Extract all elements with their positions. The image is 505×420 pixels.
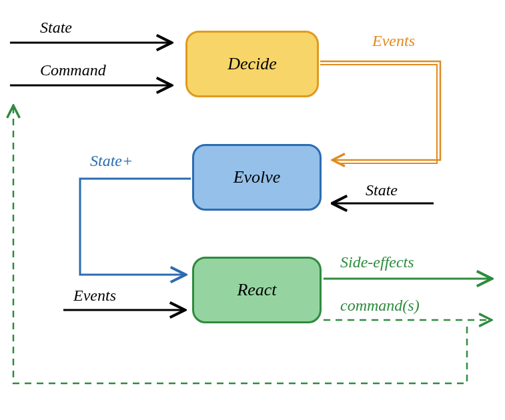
state-input-label: State [40,19,72,37]
evolve-node: Evolve [192,144,322,211]
command-input-label: Command [40,61,106,79]
events-input-label: Events [73,287,116,305]
decide-node: Decide [185,31,319,97]
state-input2-label: State [366,181,398,199]
state-plus-label: State+ [90,152,133,170]
react-label: React [237,280,276,300]
commands-output-label: command(s) [340,297,420,315]
evolve-label: Evolve [233,167,281,187]
arrow-evolve-stateplus-to-react [80,179,191,275]
decide-label: Decide [227,54,277,74]
arrow-decide-events-to-evolve [320,61,440,160]
events-output-label: Events [372,32,415,50]
side-effects-label: Side-effects [340,253,414,271]
react-node: React [192,257,322,323]
